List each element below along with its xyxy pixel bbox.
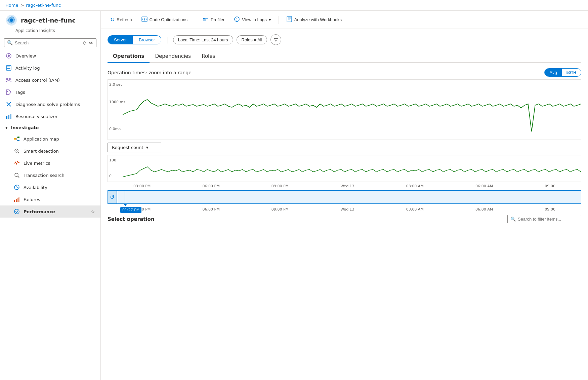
y-label-0: 0 — [109, 174, 112, 178]
range-reset-button[interactable]: ↺ — [108, 191, 117, 203]
sidebar-item-performance[interactable]: Performance ☆ — [0, 205, 100, 218]
range-time-label-6: 09:00 — [545, 207, 555, 212]
svg-line-25 — [18, 152, 19, 153]
favorite-star-button[interactable]: ☆ — [91, 209, 95, 214]
filter-icon: ◇ — [83, 40, 87, 45]
bottom-header: Select operation 🔍 — [108, 215, 581, 223]
svg-rect-39 — [203, 18, 205, 19]
percentile-button[interactable]: 50TH — [562, 69, 581, 76]
tab-operations[interactable]: Operations — [108, 50, 150, 63]
sidebar-item-label: Smart detection — [24, 149, 59, 154]
range-line — [125, 191, 125, 203]
svg-rect-40 — [203, 20, 206, 21]
resource-title: ragc-etl-ne-func — [21, 17, 76, 24]
activity-log-icon — [5, 65, 12, 71]
refresh-button[interactable]: ↻ Refresh — [106, 14, 136, 25]
range-selector[interactable]: ↺ — [108, 190, 581, 204]
time-label-5: 06:00 AM — [475, 184, 493, 188]
diagnose-icon — [5, 101, 12, 108]
smart-detection-icon — [13, 148, 20, 154]
sidebar-item-tags[interactable]: Tags — [0, 86, 100, 98]
time-label-4: 03:00 AM — [406, 184, 424, 188]
resource-subtitle: Application Insights — [0, 28, 100, 36]
app-insights-icon — [5, 14, 17, 26]
y-label-100: 100 — [109, 158, 116, 162]
svg-point-3 — [7, 20, 9, 21]
reset-icon: ↺ — [110, 194, 114, 200]
sidebar-item-label: Transaction search — [24, 173, 65, 178]
sidebar-item-resource-viz[interactable]: Resource visualizer — [0, 110, 100, 122]
browser-toggle-button[interactable]: Browser — [133, 36, 161, 44]
sidebar-item-smart-detection[interactable]: Smart detection — [0, 145, 100, 157]
svg-point-5 — [8, 55, 10, 57]
svg-point-2 — [10, 18, 13, 22]
failures-icon — [13, 196, 20, 203]
svg-rect-9 — [7, 68, 10, 69]
sidebar-item-failures[interactable]: Failures — [0, 193, 100, 205]
svg-line-38 — [144, 18, 145, 21]
sidebar-search-box[interactable]: 🔍 ◇ ≪ — [4, 38, 96, 47]
sidebar-search-input[interactable] — [15, 40, 81, 45]
code-opt-label: Code Optimizations — [150, 17, 187, 22]
range-time-badge: 01:27 PM — [120, 207, 141, 213]
sidebar-item-live-metrics[interactable]: Live metrics — [0, 157, 100, 169]
request-count-dropdown[interactable]: Request count ▾ — [108, 143, 161, 152]
avg-button[interactable]: Avg — [545, 69, 561, 76]
y-label-2sec: 2.0 sec — [109, 82, 123, 87]
sidebar-item-overview[interactable]: Overview — [0, 50, 100, 62]
range-time-label-1: 06:00 PM — [202, 207, 219, 212]
sidebar-item-transaction-search[interactable]: Transaction search — [0, 169, 100, 181]
svg-rect-19 — [14, 138, 16, 140]
chart-header: Operation times: zoom into a range Avg 5… — [108, 68, 581, 77]
time-range-filter[interactable]: Local Time: Last 24 hours — [173, 35, 233, 44]
sidebar-nav: Overview Activity log Access control (IA… — [0, 50, 100, 380]
breadcrumb: Home > ragc-etl-ne-func — [0, 0, 588, 11]
view-in-logs-button[interactable]: View in Logs ▾ — [230, 14, 275, 25]
filter-search-box[interactable]: 🔍 — [507, 215, 581, 223]
availability-icon — [13, 184, 20, 191]
tab-dependencies[interactable]: Dependencies — [150, 50, 196, 63]
expand-icon: ▾ — [5, 125, 8, 130]
svg-rect-18 — [10, 114, 11, 119]
y-label-1000ms: 1000 ms — [109, 100, 125, 104]
svg-point-26 — [16, 150, 17, 151]
filter-search-input[interactable] — [518, 217, 578, 222]
svg-rect-32 — [14, 200, 15, 202]
filter-search-icon: 🔍 — [510, 217, 516, 222]
filter-bar: Server Browser | Local Time: Last 24 hou… — [108, 34, 581, 45]
collapse-icon[interactable]: ≪ — [88, 40, 93, 45]
range-time-label-2: 09:00 PM — [271, 207, 289, 212]
time-label-1: 06:00 PM — [202, 184, 219, 188]
filter-funnel-button[interactable]: ▽ — [270, 34, 281, 45]
analyze-workbooks-button[interactable]: Analyze with Workbooks — [282, 14, 346, 25]
workbooks-icon — [286, 16, 292, 23]
svg-rect-8 — [7, 67, 10, 67]
resource-header: ragc-etl-ne-func — [0, 11, 100, 28]
server-toggle-button[interactable]: Server — [108, 36, 133, 44]
breadcrumb-home[interactable]: Home — [5, 3, 18, 8]
avg-toggle: Avg 50TH — [544, 68, 581, 77]
tags-icon — [5, 89, 12, 96]
roles-filter[interactable]: Roles = All — [237, 35, 267, 44]
sidebar-section-investigate[interactable]: ▾ Investigate — [0, 122, 100, 133]
svg-rect-21 — [17, 140, 19, 141]
tab-roles[interactable]: Roles — [196, 50, 220, 63]
time-label-2: 09:00 PM — [271, 184, 289, 188]
svg-rect-35 — [18, 197, 19, 202]
sidebar-item-app-map[interactable]: Application map — [0, 133, 100, 145]
profiler-button[interactable]: Profiler — [199, 14, 228, 25]
sidebar-item-label: Availability — [24, 185, 47, 190]
range-triangle-icon — [123, 203, 127, 206]
svg-rect-46 — [287, 16, 292, 22]
time-axis: 03:00 PM 06:00 PM 09:00 PM Wed 13 03:00 … — [108, 183, 581, 189]
code-optimizations-button[interactable]: Code Optimizations — [137, 14, 192, 25]
sidebar-item-iam[interactable]: Access control (IAM) — [0, 74, 100, 86]
breadcrumb-current[interactable]: ragc-etl-ne-func — [26, 3, 61, 8]
sidebar-item-activity-log[interactable]: Activity log — [0, 62, 100, 74]
sidebar-item-label: Investigate — [11, 125, 39, 130]
sidebar-item-label: Access control (IAM) — [15, 78, 60, 83]
sidebar-item-diagnose[interactable]: Diagnose and solve problems — [0, 98, 100, 110]
sidebar-item-label: Resource visualizer — [15, 114, 57, 119]
svg-rect-20 — [17, 137, 19, 138]
sidebar-item-availability[interactable]: Availability — [0, 181, 100, 193]
